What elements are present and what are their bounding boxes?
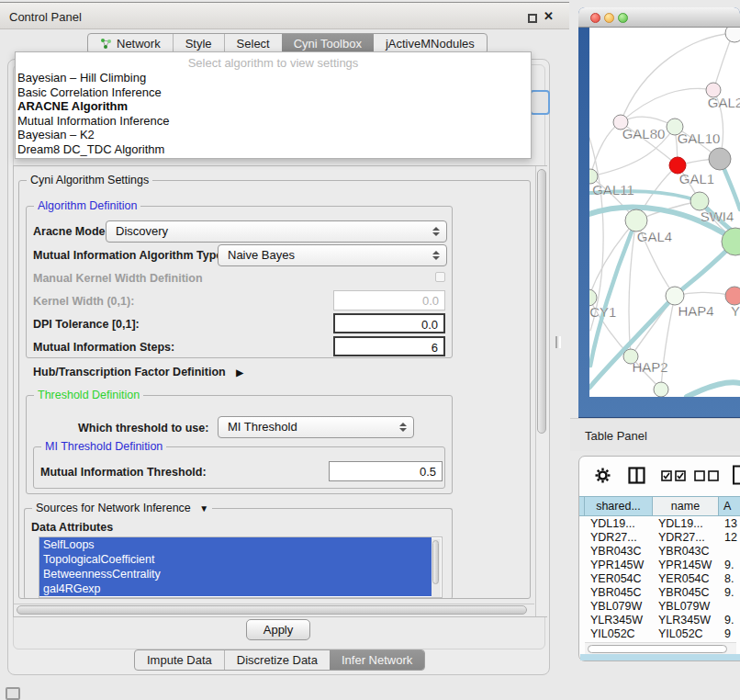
table-cell: 9	[719, 627, 740, 641]
column-header-shared[interactable]: shared...	[585, 496, 653, 516]
network-node-y[interactable]	[725, 287, 740, 305]
table-row[interactable]: YIL052CYIL052C9	[585, 627, 740, 641]
table-row[interactable]: YBL079WYBL079W	[585, 600, 740, 614]
columns-icon[interactable]	[628, 467, 645, 484]
control-panel-titlebar: Control Panel ✕	[0, 3, 569, 29]
table-row[interactable]: YDL19...YDL19...13	[585, 517, 740, 531]
minimize-traffic-light-icon[interactable]	[604, 13, 614, 23]
tab-jactivemnodules[interactable]: jActiveMNodules	[374, 34, 487, 53]
network-edge-thick[interactable]	[687, 382, 740, 397]
hub-definition-expander[interactable]: Hub/Transcription Factor Definition ▶	[33, 366, 243, 378]
network-node[interactable]	[709, 148, 731, 170]
node-label-hap2: HAP2	[632, 359, 667, 375]
table-header: shared... name A	[585, 496, 740, 516]
algorithm-option[interactable]: Mutual Information Inference	[16, 114, 531, 129]
table-cell: 13	[719, 517, 740, 531]
unchecked-boxes-icon[interactable]	[694, 470, 720, 481]
algorithm-option[interactable]: Bayesian – Hill Climbing	[16, 71, 531, 85]
mi-threshold-definition-title: MI Threshold Definition	[41, 440, 166, 453]
tab-network[interactable]: Network	[88, 34, 173, 53]
checked-boxes-icon[interactable]	[661, 470, 687, 481]
table-row[interactable]: YBR045CYBR045C9.	[585, 586, 740, 600]
network-window-titlebar[interactable]	[578, 7, 740, 28]
table-row[interactable]: YBR043CYBR043C	[585, 545, 740, 559]
network-edge[interactable]	[713, 33, 733, 90]
table-row[interactable]: YDR27...YDR27...12	[585, 531, 740, 545]
tab-discretize-data[interactable]: Discretize Data	[224, 650, 330, 670]
close-icon[interactable]: ✕	[544, 9, 554, 23]
node-label-gal2: GAL2	[708, 95, 740, 110]
zoom-traffic-light-icon[interactable]	[618, 13, 628, 23]
data-attribute-item[interactable]: SelfLoops	[39, 537, 432, 552]
column-header-name[interactable]: name	[653, 496, 719, 516]
table-horizontal-scrollbar[interactable]	[585, 642, 736, 654]
apply-button[interactable]: Apply	[246, 619, 310, 640]
settings-horizontal-scrollbar[interactable]	[14, 604, 534, 615]
which-threshold-combobox[interactable]: MI Threshold	[218, 416, 414, 438]
document-icon[interactable]	[732, 465, 740, 485]
table-cell: YER054C	[653, 572, 719, 586]
network-node[interactable]	[725, 28, 740, 42]
mi-steps-label: Mutual Information Steps:	[33, 341, 174, 354]
gear-icon[interactable]	[595, 468, 611, 483]
panel-divider-grip[interactable]	[555, 336, 561, 348]
algorithm-option[interactable]: ARACNE Algorithm	[16, 99, 531, 114]
node-label-gal80: GAL80	[622, 126, 666, 141]
mi-algorithm-type-value: Naive Bayes	[228, 248, 295, 262]
scrollbar-thumb[interactable]	[432, 540, 439, 584]
kernel-width-field[interactable]: 0.0	[333, 290, 445, 310]
table-row[interactable]: YER054CYER054C8.	[585, 572, 740, 586]
node-label-gal4: GAL4	[637, 229, 672, 244]
aracne-mode-combobox[interactable]: Discovery	[106, 220, 447, 243]
tab-style[interactable]: Style	[173, 34, 224, 53]
tab-select[interactable]: Select	[224, 34, 282, 53]
tab-infer-network[interactable]: Infer Network	[330, 650, 424, 670]
table-row[interactable]: YLR345WYLR345W9.	[585, 614, 740, 627]
scrollbar-thumb[interactable]	[537, 169, 546, 434]
mi-threshold-label: Mutual Information Threshold:	[40, 466, 207, 479]
sources-title[interactable]: Sources for Network Inference ▼	[32, 502, 212, 514]
data-attribute-item[interactable]: gal4RGexp	[39, 581, 432, 596]
table-cell: YPR145W	[653, 559, 719, 572]
scrollbar-thumb[interactable]	[17, 605, 527, 615]
tab-label: Style	[185, 34, 212, 53]
data-attribute-item[interactable]: TopologicalCoefficient	[39, 552, 432, 567]
dpi-tolerance-field[interactable]: 0.0	[333, 313, 445, 333]
table-cell: YBL079W	[653, 600, 719, 614]
table-panel-title: Table Panel	[585, 429, 647, 443]
algorithm-combobox[interactable]	[530, 90, 550, 115]
algorithm-option[interactable]: Dream8 DC_TDC Algorithm	[16, 142, 531, 157]
which-threshold-value: MI Threshold	[228, 420, 297, 434]
network-canvas[interactable]: GAL2GAL80GAL10GAL1GAL11SWI4GAL4GCY1HAP4Y…	[589, 28, 740, 397]
table-cell: YIL052C	[653, 627, 719, 641]
tab-impute-data[interactable]: Impute Data	[135, 650, 224, 670]
mi-threshold-field[interactable]: 0.5	[329, 461, 443, 481]
algorithm-dropdown-popup: Select algorithm to view settings Bayesi…	[15, 51, 532, 159]
network-node-hap4[interactable]	[666, 287, 684, 305]
algorithm-option[interactable]: Bayesian – K2	[16, 128, 531, 142]
tab-label: Select	[237, 34, 270, 53]
table-row[interactable]: YPR145WYPR145W9.	[585, 559, 740, 572]
sources-title-text: Sources for Network Inference	[36, 502, 191, 514]
table-cell: YPR145W	[585, 559, 653, 572]
network-node[interactable]	[654, 382, 668, 397]
column-header-partial[interactable]: A	[719, 496, 740, 516]
network-edge[interactable]	[590, 122, 621, 176]
float-window-icon[interactable]	[528, 14, 537, 23]
manual-kernel-width-checkbox[interactable]	[435, 272, 445, 282]
data-attribute-item[interactable]: BetweennessCentrality	[39, 567, 432, 581]
list-scrollbar[interactable]	[432, 538, 441, 597]
minimized-panel-chip[interactable]	[6, 687, 20, 700]
tab-cyni-toolbox[interactable]: Cyni Toolbox	[282, 34, 374, 53]
network-node-swi4[interactable]	[690, 192, 709, 210]
close-traffic-light-icon[interactable]	[590, 13, 600, 23]
mi-steps-field[interactable]: 6	[333, 336, 445, 356]
dpi-tolerance-label: DPI Tolerance [0,1]:	[33, 318, 140, 331]
table-cell: YBR045C	[653, 586, 719, 600]
algorithm-option[interactable]: Basic Correlation Inference	[16, 85, 531, 100]
scrollbar-thumb[interactable]	[588, 645, 727, 653]
mi-algorithm-type-combobox[interactable]: Naive Bayes	[218, 244, 447, 266]
data-attributes-list[interactable]: SelfLoopsTopologicalCoefficientBetweenne…	[39, 536, 443, 598]
aracne-mode-label: Aracne Mode:	[33, 225, 109, 238]
settings-vertical-scrollbar[interactable]	[535, 166, 547, 616]
